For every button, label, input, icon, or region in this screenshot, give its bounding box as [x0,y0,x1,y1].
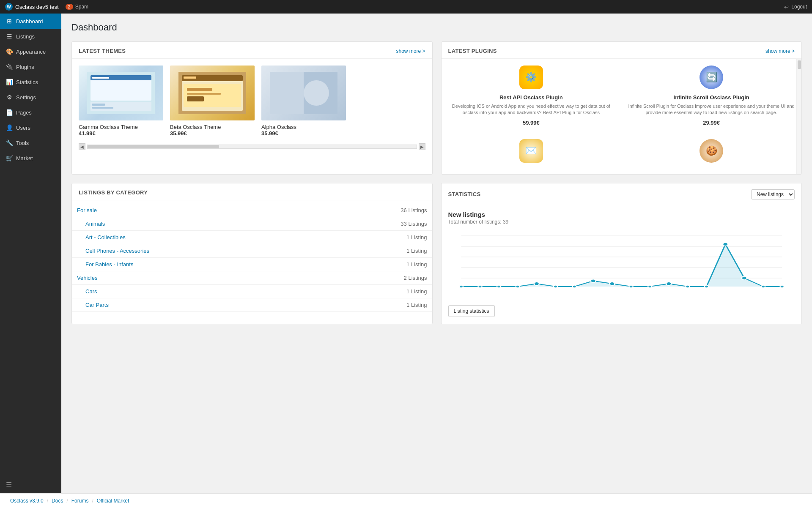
category-parent-cell: For sale [72,204,324,217]
stats-chart-subtitle: Total number of listings: 39 [448,219,795,225]
sidebar-item-settings[interactable]: ⚙ Settings [0,90,61,105]
sidebar-item-pages[interactable]: 📄 Pages [0,105,61,120]
category-link[interactable]: For Babies - Infants [85,261,133,268]
category-child-cell: Car Parts [72,298,324,311]
listings-section-title: LISTINGS BY CATEGORY [79,189,148,196]
sidebar-item-market[interactable]: 🛒 Market [0,150,61,166]
table-row: Animals33 Listings [72,217,432,230]
plugin-item-scroll: Infinite Scroll Osclass Plugin Infinite … [621,59,801,132]
category-count: 33 Listings [324,217,432,230]
brand-label: Osclass dev5 test [15,4,59,10]
api-plugin-icon [519,66,543,89]
category-link[interactable]: Cars [85,288,97,295]
table-row: For Babies - Infants1 Listing [72,257,432,271]
sidebar-item-label: Statistics [16,79,38,85]
sidebar-item-label: Dashboard [16,18,43,25]
svg-rect-16 [270,72,304,114]
cookie-plugin-icon [700,139,723,163]
plugins-scrollbar[interactable] [796,59,801,174]
plugins-grid: Rest API Osclass Plugin Developing IOS o… [442,59,802,174]
svg-point-35 [666,282,671,285]
table-row: Car Parts1 Listing [72,298,432,311]
svg-point-37 [705,285,708,288]
market-icon: 🛒 [6,155,13,161]
statistics-card-header: STATISTICS New listings Views Clicks [442,183,802,204]
spam-label: Spam [75,4,88,10]
plugins-icon: 🔌 [6,63,13,70]
footer-version[interactable]: Osclass v3.9.0 [10,498,44,504]
category-link[interactable]: Car Parts [85,302,109,308]
sidebar-item-listings[interactable]: ☰ Listings [0,29,61,44]
svg-rect-14 [187,96,204,101]
scroll-thumb [88,145,219,148]
category-count: 1 Listing [324,244,432,257]
sidebar-item-label: Tools [16,140,29,146]
sidebar-item-label: Settings [16,94,36,101]
scroll-track[interactable] [87,145,417,149]
scroll-right-arrow[interactable]: ▶ [419,143,425,150]
svg-point-17 [304,80,329,106]
svg-point-36 [686,285,689,288]
table-row: Vehicles2 Listings [72,271,432,284]
sidebar-item-appearance[interactable]: 🎨 Appearance [0,44,61,59]
footer-link-market[interactable]: Official Market [97,498,129,504]
plugin-icon-scroll-wrapper [699,65,724,90]
topbar-brand: W Osclass dev5 test [5,3,59,11]
category-count: 2 Listings [324,271,432,284]
category-link[interactable]: Vehicles [77,275,97,281]
sidebar-bottom: ☰ [0,477,61,493]
table-row: Cell Phones - Accessories1 Listing [72,244,432,257]
plugin-name-scroll: Infinite Scroll Osclass Plugin [628,94,795,101]
svg-rect-6 [92,107,113,109]
category-link[interactable]: Animals [85,221,105,227]
category-link[interactable]: For sale [77,207,97,213]
listings-table: For sale36 ListingsAnimals33 ListingsArt… [72,204,432,312]
sidebar-item-statistics[interactable]: 📊 Statistics [0,74,61,90]
pages-icon: 📄 [6,109,13,116]
svg-point-29 [553,285,557,288]
themes-track[interactable]: Gamma Osclass Theme 41.99€ [72,59,432,143]
dashboard-icon: ⊞ [6,18,13,25]
listing-statistics-button[interactable]: Listing statistics [448,305,495,317]
topbar-spam[interactable]: 2 Spam [66,4,88,10]
footer-link-docs[interactable]: Docs [52,498,63,504]
footer-link-forums[interactable]: Forums [71,498,89,504]
plugins-scroll-thumb [798,60,801,69]
category-child-cell: For Babies - Infants [72,257,324,271]
svg-point-39 [741,276,746,280]
themes-show-more[interactable]: show more > [396,48,425,54]
logout-icon: ↩ [784,4,789,10]
svg-rect-11 [184,84,241,107]
theme-item: Beta Osclass Theme 35.99€ [170,66,255,137]
category-parent-cell: Vehicles [72,271,324,284]
plugins-show-more[interactable]: show more > [765,48,795,54]
svg-rect-3 [92,77,109,79]
scroll-left-arrow[interactable]: ◀ [79,143,85,150]
svg-point-31 [590,279,595,282]
sidebar-item-dashboard[interactable]: ⊞ Dashboard [0,14,61,29]
plugin-icon-api-wrapper [518,65,544,90]
category-link[interactable]: Art - Collectibles [85,234,126,240]
sidebar-item-plugins[interactable]: 🔌 Plugins [0,59,61,74]
category-link[interactable]: Cell Phones - Accessories [85,248,149,254]
statistics-dropdown[interactable]: New listings Views Clicks [751,189,795,199]
themes-card-header: LATEST THEMES show more > [72,42,432,59]
category-count: 36 Listings [324,204,432,217]
category-count: 1 Listing [324,230,432,244]
sidebar-item-users[interactable]: 👤 Users [0,120,61,135]
svg-point-25 [478,285,482,288]
theme-image-2 [170,66,255,120]
plugins-card-header: LATEST PLUGINS show more > [442,42,802,59]
theme-name-1: Gamma Osclass Theme [79,124,163,130]
hamburger-icon[interactable]: ☰ [6,481,12,489]
plugin-item-api: Rest API Osclass Plugin Developing IOS o… [442,59,622,132]
sidebar-item-tools[interactable]: 🔧 Tools [0,135,61,150]
theme-item: Gamma Osclass Theme 41.99€ [79,66,163,137]
topbar: W Osclass dev5 test 2 Spam ↩ Logout [0,0,812,14]
topbar-right[interactable]: ↩ Logout [784,4,807,10]
email-plugin-icon [519,139,543,163]
theme-price-2: 35.99€ [170,130,255,137]
topbar-left: W Osclass dev5 test 2 Spam [5,3,88,11]
table-row: Cars1 Listing [72,284,432,298]
tools-icon: 🔧 [6,139,13,146]
